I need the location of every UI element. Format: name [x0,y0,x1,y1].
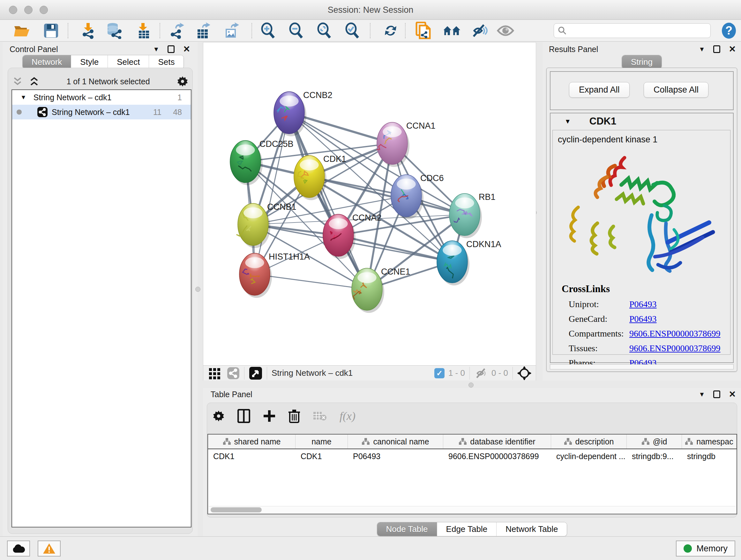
delete-column-icon[interactable] [288,409,300,423]
table-row[interactable]: CDK1CDK1P064939606.ENSP00000378699cyclin… [208,449,737,463]
zoom-in-icon[interactable] [259,22,277,39]
scrollbar-thumb[interactable] [211,507,262,512]
help-button[interactable]: ? [721,22,737,39]
selected-checkbox-icon[interactable]: ✓ [434,368,445,378]
network-node-CCNB2[interactable]: CCNB2 [274,90,333,136]
network-node-RB1[interactable]: RB1 [449,192,495,238]
tab-network[interactable]: Network [23,55,71,69]
network-node-CCNE1[interactable]: CCNE1 [352,267,410,313]
network-node-CCNB1[interactable]: CCNB1 [237,202,296,248]
float-panel-icon[interactable] [167,45,175,53]
panel-menu-icon[interactable]: ▼ [699,46,705,53]
network-node-CDKN1A[interactable]: CDKN1A [437,240,501,286]
table-horizontal-scrollbar[interactable] [209,506,736,513]
panel-menu-icon[interactable]: ▼ [153,46,159,53]
float-panel-icon[interactable] [713,45,720,53]
column-header-shared-name[interactable]: shared name [208,435,295,449]
table-cell[interactable]: stringdb:9... [627,449,682,463]
show-columns-icon[interactable] [238,409,250,423]
import-network-from-database-icon[interactable] [105,22,123,39]
table-cell[interactable]: CDK1 [295,449,348,463]
network-node-CCNA1[interactable]: CCNA1 [377,121,435,167]
tab-sets[interactable]: Sets [149,55,184,69]
table-gear-icon[interactable] [212,410,225,422]
crosslink-link[interactable]: 9606.ENSP00000378699 [629,343,720,354]
memory-button[interactable]: Memory [676,541,735,557]
network-node-CDC6[interactable]: CDC6 [391,173,444,219]
close-panel-icon[interactable]: ✕ [729,44,736,54]
tab-style[interactable]: Style [71,55,108,69]
crosslink-link[interactable]: P06493 [629,299,657,309]
network-collection-row[interactable]: ▼ String Network – cdk1 1 [12,90,191,105]
column-header-canonical-name[interactable]: canonical name [348,435,443,449]
protein-section-header[interactable]: ▼ CDK1 [550,113,733,129]
zoom-fit-icon[interactable] [315,22,333,39]
tab-select[interactable]: Select [108,55,149,69]
collapse-all-button[interactable]: Collapse All [644,82,709,98]
table-cell[interactable]: CDK1 [208,449,295,463]
column-header-description[interactable]: description [551,435,627,449]
function-builder-icon[interactable]: f(x) [340,409,355,423]
hide-results-icon[interactable] [470,22,488,39]
open-session-icon[interactable] [13,22,30,39]
panel-menu-icon[interactable]: ▼ [699,391,705,398]
horizontal-splitter-handle[interactable] [468,382,474,388]
zoom-out-icon[interactable] [287,22,305,39]
tab-node-table[interactable]: Node Table [377,522,437,536]
gear-icon[interactable] [177,76,188,87]
fit-content-crosshair-icon[interactable] [517,366,531,380]
add-column-icon[interactable] [263,410,276,422]
export-table-icon[interactable] [195,22,212,39]
tab-network-table[interactable]: Network Table [496,522,567,536]
search-box[interactable] [554,23,711,38]
grid-view-icon[interactable] [208,367,221,380]
delete-table-icon[interactable] [313,411,327,422]
left-splitter-handle[interactable] [195,287,200,292]
import-network-icon[interactable] [79,22,97,39]
close-panel-icon[interactable]: ✕ [183,44,190,54]
export-network-icon[interactable] [169,22,186,39]
crosslink-link[interactable]: 9606.ENSP00000378699 [629,328,720,339]
network-canvas[interactable]: CCNB2CCNA1CDC25BCDK1CDC6RB1CCNB1CCNA2CDK… [203,43,536,365]
zoom-selected-icon[interactable] [343,22,361,39]
expand-all-icon[interactable] [29,77,40,86]
float-panel-icon[interactable] [713,390,720,398]
column-header--id[interactable]: @id [627,435,682,449]
search-input[interactable] [567,26,704,35]
collection-expander-icon[interactable]: ▼ [20,94,26,101]
hidden-eye-slash-icon[interactable] [474,368,488,379]
refresh-layout-icon[interactable] [382,22,400,39]
column-header-label: canonical name [373,437,429,446]
export-image-icon[interactable] [223,22,241,39]
tab-string[interactable]: String [622,55,662,69]
close-panel-icon[interactable]: ✕ [729,389,736,399]
protein-expander-icon[interactable]: ▼ [564,118,571,125]
column-header-database-identifier[interactable]: database identifier [443,435,551,449]
network-node-HIST1H1A[interactable]: HIST1H1A [239,252,310,298]
show-eye-icon[interactable] [496,22,515,39]
string-pages-icon[interactable] [414,22,432,39]
warning-status-button[interactable] [38,541,61,557]
table-cell[interactable]: cyclin-dependent ... [551,449,627,463]
protein-structure-image [559,146,725,281]
network-row-selected[interactable]: String Network – cdk1 11 48 [12,105,191,119]
column-header-namespac[interactable]: namespac [682,435,737,449]
network-view-share-icon[interactable] [227,367,240,380]
table-cell[interactable]: 9606.ENSP00000378699 [443,449,551,463]
table-cell[interactable]: P06493 [348,449,443,463]
tab-edge-table[interactable]: Edge Table [437,522,497,536]
birdseye-view-icon[interactable] [249,367,262,380]
crosslink-row: GeneCard:P06493 [569,314,730,324]
edge-CCNB2-HIST1H1A[interactable] [255,113,289,274]
expand-all-button[interactable]: Expand All [569,82,630,98]
table-cell[interactable]: stringdb [682,449,737,463]
column-header-name[interactable]: name [295,435,348,449]
cloud-status-button[interactable] [7,541,30,557]
import-table-icon[interactable] [135,22,152,39]
save-session-icon[interactable] [42,22,60,39]
results-horizontal-scrollbar[interactable] [550,364,734,369]
string-home-icon[interactable] [443,22,461,39]
edge-CCNB2-CCNE1[interactable] [289,113,367,289]
crosslink-link[interactable]: P06493 [629,314,657,324]
collapse-all-icon[interactable] [12,77,23,86]
